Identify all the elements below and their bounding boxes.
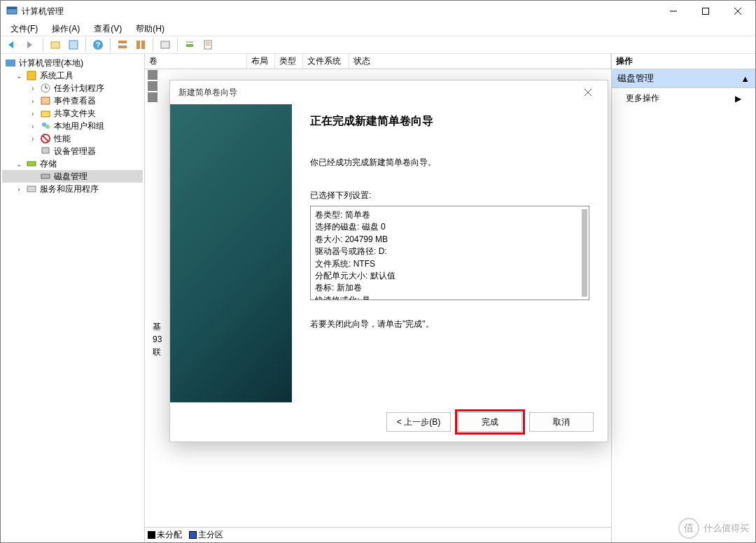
tree-diskmgmt[interactable]: 磁盘管理 [2, 170, 143, 183]
svg-rect-16 [186, 41, 193, 43]
actions-header: 操作 [612, 54, 755, 69]
view2-button[interactable] [133, 37, 148, 52]
maximize-button[interactable] [690, 1, 722, 22]
svg-rect-14 [161, 41, 169, 48]
svg-rect-10 [118, 41, 127, 43]
help-button[interactable]: ? [90, 37, 106, 52]
svg-rect-15 [186, 44, 193, 47]
svg-rect-34 [27, 186, 36, 192]
svg-rect-7 [69, 41, 78, 49]
svg-rect-26 [41, 111, 50, 117]
tree-tasksched[interactable]: ›任务计划程序 [2, 82, 143, 94]
wizard-heading: 正在完成新建简单卷向导 [310, 114, 589, 129]
menu-file[interactable]: 文件(F) [8, 22, 41, 36]
window-title: 计算机管理 [22, 6, 657, 17]
disk-info-stub: 基 93 联 [153, 320, 162, 358]
column-headers: 卷 布局 类型 文件系统 状态 [145, 54, 611, 69]
tree-services[interactable]: ›服务和应用程序 [2, 183, 143, 195]
svg-text:?: ? [96, 41, 101, 49]
col-fs[interactable]: 文件系统 [303, 54, 349, 69]
tree-panel: 计算机管理(本地) ⌄系统工具 ›任务计划程序 ›事件查看器 ›共享文件夹 ›本… [1, 54, 145, 542]
settings-summary[interactable]: 卷类型: 简单卷 选择的磁盘: 磁盘 0 卷大小: 204799 MB 驱动器号… [310, 206, 589, 300]
svg-rect-20 [6, 59, 15, 66]
forward-button[interactable] [23, 37, 38, 52]
cancel-button[interactable]: 取消 [529, 412, 594, 432]
back-button[interactable]: < 上一步(B) [386, 412, 451, 432]
tree-systools[interactable]: ⌄系统工具 [2, 69, 143, 82]
col-volume[interactable]: 卷 [145, 54, 247, 69]
properties-button[interactable] [66, 37, 81, 52]
menu-help[interactable]: 帮助(H) [133, 22, 167, 36]
list-button[interactable] [182, 37, 197, 52]
svg-point-28 [46, 125, 50, 129]
up-button[interactable] [48, 37, 63, 52]
finish-button[interactable]: 完成 [458, 412, 522, 432]
svg-rect-21 [27, 71, 36, 80]
dialog-close-button[interactable] [574, 82, 602, 103]
tree-root[interactable]: 计算机管理(本地) [2, 57, 143, 69]
svg-rect-13 [141, 41, 145, 49]
svg-rect-1 [7, 7, 17, 9]
minimize-button[interactable] [657, 1, 690, 22]
svg-rect-12 [136, 41, 140, 49]
menu-action[interactable]: 操作(A) [49, 22, 83, 36]
chevron-right-icon: ▶ [735, 94, 741, 104]
dialog-title: 新建简单卷向导 [178, 87, 237, 99]
more-actions[interactable]: 更多操作▶ [612, 88, 755, 108]
svg-rect-11 [118, 45, 127, 48]
menu-view[interactable]: 查看(V) [91, 22, 125, 36]
tree-shared[interactable]: ›共享文件夹 [2, 107, 143, 120]
svg-line-30 [43, 136, 48, 141]
actions-panel: 操作 磁盘管理▲ 更多操作▶ [612, 54, 755, 542]
svg-rect-32 [27, 162, 36, 166]
menubar: 文件(F) 操作(A) 查看(V) 帮助(H) [1, 22, 755, 36]
svg-rect-3 [703, 8, 709, 15]
app-icon [6, 6, 18, 17]
svg-rect-25 [41, 97, 50, 104]
settings-button[interactable] [200, 37, 216, 52]
wizard-success-text: 你已经成功完成新建简单卷向导。 [310, 157, 589, 169]
col-type[interactable]: 类型 [275, 54, 303, 69]
wizard-dialog: 新建简单卷向导 正在完成新建简单卷向导 你已经成功完成新建简单卷向导。 已选择下… [169, 80, 608, 442]
actions-section[interactable]: 磁盘管理▲ [612, 69, 755, 88]
tree-eventviewer[interactable]: ›事件查看器 [2, 94, 143, 107]
wizard-banner [170, 104, 292, 402]
watermark: 值 什么值得买 [678, 518, 749, 539]
svg-rect-31 [42, 148, 49, 153]
tree-localusers[interactable]: ›本地用户和组 [2, 120, 143, 132]
close-button[interactable] [722, 1, 754, 22]
col-status[interactable]: 状态 [349, 54, 611, 69]
svg-rect-6 [51, 42, 59, 48]
toolbar: ? [1, 36, 755, 54]
collapse-icon: ▲ [741, 73, 750, 84]
col-layout[interactable]: 布局 [247, 54, 275, 69]
tree-perf[interactable]: ›性能 [2, 132, 143, 145]
tree-storage[interactable]: ⌄存储 [2, 157, 143, 170]
svg-point-27 [42, 122, 46, 127]
tree-devmgr[interactable]: 设备管理器 [2, 145, 143, 157]
settings-label: 已选择下列设置: [310, 190, 589, 202]
svg-rect-33 [41, 174, 50, 178]
legend-bar: 未分配 主分区 [145, 527, 611, 542]
view1-button[interactable] [115, 37, 130, 52]
close-hint: 若要关闭此向导，请单击"完成"。 [310, 318, 589, 330]
back-button[interactable] [5, 37, 20, 52]
disk-row[interactable] [148, 69, 611, 80]
refresh-button[interactable] [158, 37, 173, 52]
